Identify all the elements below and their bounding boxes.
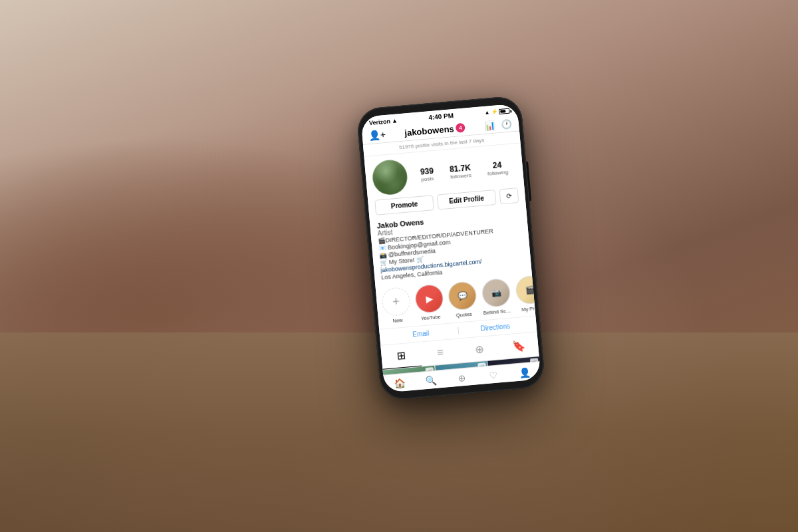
- email-button[interactable]: Email: [386, 327, 456, 340]
- battery-icon: [499, 108, 510, 114]
- following-count: 24: [492, 160, 502, 170]
- nav-add[interactable]: ⊕: [446, 371, 478, 384]
- bar-chart-icon[interactable]: 📊: [483, 120, 495, 130]
- highlight-mypro-label: My Pro...: [521, 305, 535, 313]
- highlight-behind-label: Behind Sce...: [483, 307, 513, 316]
- nav-home[interactable]: 🏠: [384, 377, 416, 390]
- bluetooth-icon: ⚡: [491, 108, 498, 115]
- settings-button[interactable]: ⟳: [499, 188, 519, 204]
- status-right: ▲ ⚡: [484, 108, 510, 116]
- tab-saved[interactable]: 🔖: [498, 332, 539, 359]
- phone-wrapper: Verizon ▲ 4:40 PM ▲ ⚡ 👤+: [356, 95, 545, 401]
- nav-username-area: jakobowens 4: [404, 122, 466, 138]
- notification-badge: 4: [456, 123, 466, 133]
- profile-content: 51976 profile visits in the last 7 days …: [363, 131, 539, 374]
- phone-device: Verizon ▲ 4:40 PM ▲ ⚡ 👤+: [356, 95, 545, 401]
- scene: Verizon ▲ 4:40 PM ▲ ⚡ 👤+: [0, 0, 798, 532]
- highlight-mypro-circle: 🎬: [515, 275, 535, 305]
- username-text: jakobowens: [404, 124, 454, 138]
- followers-label: followers: [450, 172, 471, 180]
- directions-button[interactable]: Directions: [461, 321, 530, 334]
- carrier-text: Verizon: [369, 118, 391, 126]
- nav-profile[interactable]: 👤: [509, 366, 541, 379]
- add-icon: ⊕: [458, 372, 466, 384]
- status-time: 4:40 PM: [428, 112, 454, 121]
- followers-stat[interactable]: 81.7K followers: [449, 163, 471, 180]
- highlight-youtube[interactable]: ▶ YouTube: [414, 283, 446, 321]
- highlight-new[interactable]: + New: [381, 287, 412, 325]
- highlight-new-circle: +: [381, 287, 412, 317]
- home-icon: 🏠: [394, 378, 406, 389]
- signal-icon: ▲: [484, 109, 490, 116]
- clock-icon[interactable]: 🕐: [501, 118, 512, 129]
- highlight-quotes[interactable]: 💬 Quotes: [448, 281, 479, 319]
- settings-icon: ⟳: [506, 192, 512, 200]
- phone-screen: Verizon ▲ 4:40 PM ▲ ⚡ 👤+: [360, 104, 541, 393]
- heart-icon: ♡: [489, 370, 498, 381]
- stats-numbers: 939 posts 81.7K followers 24 following: [412, 159, 516, 184]
- highlight-behind[interactable]: 📷 Behind Sce...: [480, 278, 513, 317]
- wifi-icon: ▲: [392, 117, 398, 124]
- status-left: Verizon ▲: [369, 117, 398, 126]
- highlight-quotes-label: Quotes: [456, 311, 472, 319]
- profile-icon: 👤: [519, 366, 531, 378]
- posts-stat[interactable]: 939 posts: [420, 166, 434, 182]
- highlight-mypro[interactable]: 🎬 My Pro...: [515, 275, 535, 313]
- avatar[interactable]: [371, 159, 408, 196]
- tab-grid[interactable]: ⊞: [380, 342, 422, 370]
- posts-label: posts: [421, 175, 434, 182]
- highlight-youtube-label: YouTube: [421, 314, 441, 322]
- highlight-behind-circle: 📷: [481, 278, 511, 309]
- list-icon: ≡: [437, 346, 444, 359]
- avatar-image: [371, 159, 408, 196]
- battery-fill: [500, 110, 506, 113]
- highlight-new-label: New: [392, 317, 403, 324]
- search-icon: 🔍: [425, 375, 437, 386]
- tab-list[interactable]: ≡: [420, 339, 461, 366]
- tab-tagged[interactable]: ⊕: [459, 335, 500, 362]
- add-friend-icon[interactable]: 👤+: [368, 129, 386, 141]
- nav-heart[interactable]: ♡: [477, 368, 509, 382]
- following-stat[interactable]: 24 following: [486, 160, 508, 177]
- highlight-quotes-circle: 💬: [448, 281, 478, 311]
- grid-icon: ⊞: [396, 349, 406, 362]
- bookmark-icon: 🔖: [511, 338, 526, 352]
- highlight-youtube-circle: ▶: [414, 283, 445, 314]
- tag-icon: ⊕: [475, 342, 485, 356]
- nav-icons: 📊 🕐: [483, 118, 512, 131]
- following-label: following: [487, 169, 509, 177]
- contact-divider: [458, 327, 459, 334]
- nav-search[interactable]: 🔍: [415, 374, 447, 387]
